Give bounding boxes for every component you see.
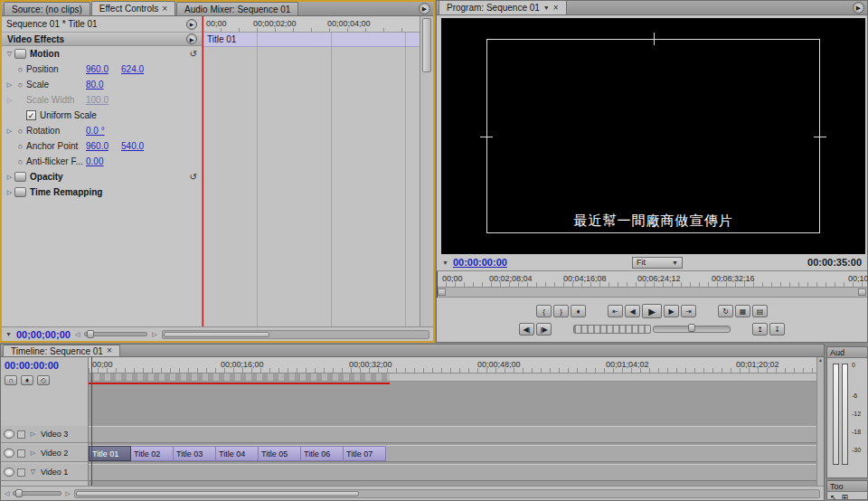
track-video2[interactable]: Title 01 Title 02 Title 03 Title 04 Titl… <box>89 445 816 462</box>
scrollbar-thumb[interactable] <box>164 332 270 337</box>
position-x-value[interactable]: 960.0 <box>86 64 108 74</box>
effects-timeline-clip-bar[interactable]: Title 01 <box>203 33 420 47</box>
close-icon[interactable]: × <box>107 346 112 355</box>
vertical-scrollbar[interactable] <box>420 16 433 326</box>
zoom-slider[interactable] <box>84 332 147 336</box>
zoom-in-icon[interactable]: ▷ <box>65 490 70 497</box>
clip-title-02[interactable]: Title 02 <box>131 446 174 461</box>
selection-tool-icon[interactable]: ↖ <box>830 493 837 500</box>
timeline-timecode[interactable]: 00:00:00:00 <box>1 357 88 371</box>
close-icon[interactable]: × <box>553 4 559 13</box>
anchor-y-value[interactable]: 540.0 <box>121 141 144 151</box>
go-to-next-edit-button[interactable]: |▶ <box>536 323 552 336</box>
go-to-in-button[interactable]: ⇤ <box>608 305 623 317</box>
play-button[interactable]: ▶ <box>642 304 662 318</box>
tab-program[interactable]: Program: Sequence 01 ▼ × <box>439 0 567 14</box>
toggle-animation-icon[interactable]: ○ <box>14 157 26 166</box>
current-time-indicator[interactable] <box>437 271 438 298</box>
toggle-effects-timeline-icon[interactable]: ▶ <box>186 19 197 30</box>
current-time-indicator[interactable] <box>91 357 92 486</box>
twirl-right-icon[interactable]: ▷ <box>28 430 38 438</box>
output-button[interactable]: ▤ <box>752 305 768 317</box>
track-header-video1[interactable]: ▽ Video 1 <box>1 464 88 481</box>
toggle-animation-icon[interactable]: ○ <box>14 80 26 90</box>
effect-row-opacity[interactable]: ▷ Opacity ↺ <box>2 169 202 184</box>
twirl-right-icon[interactable]: ▷ <box>5 81 14 89</box>
zoom-slider-thumb[interactable] <box>15 489 23 497</box>
tab-source[interactable]: Source: (no clips) <box>4 2 90 15</box>
marker-menu-icon[interactable]: ◇ <box>37 375 50 385</box>
timeline-vertical-scrollbar[interactable]: ▲ <box>816 357 824 486</box>
zoom-out-icon[interactable]: ◁ <box>75 331 80 338</box>
toggle-track-output-icon[interactable] <box>4 430 14 439</box>
step-back-button[interactable]: ◀ <box>625 305 640 317</box>
tab-effect-controls[interactable]: Effect Controls × <box>91 1 175 15</box>
twirl-right-icon[interactable]: ▷ <box>5 128 14 135</box>
chevron-down-icon[interactable]: ▼ <box>543 5 550 11</box>
zoom-slider-thumb[interactable] <box>87 330 94 338</box>
program-ruler[interactable]: 00;00 00;02;08;04 00;04;16;08 00;06;24;1… <box>437 270 867 288</box>
timeline-ruler[interactable]: 00;00 00;00;16;00 00;00;32;00 00;00;48;0… <box>89 357 816 373</box>
step-forward-button[interactable]: ▶ <box>664 305 679 317</box>
shuttle-thumb[interactable] <box>688 324 695 332</box>
tab-audio-meters[interactable]: Aud <box>827 347 867 358</box>
current-time-indicator[interactable] <box>203 16 203 326</box>
lift-button[interactable]: ↥ <box>752 323 768 336</box>
toggle-animation-icon[interactable]: ○ <box>14 142 26 151</box>
anti-flicker-value[interactable]: 0.00 <box>86 156 103 166</box>
track-lock-toggle[interactable] <box>17 468 25 477</box>
extract-button[interactable]: ↧ <box>769 323 785 336</box>
scrollbar-thumb[interactable] <box>422 18 431 72</box>
horizontal-scrollbar[interactable] <box>162 330 429 339</box>
motion-effect-icon[interactable] <box>14 49 26 59</box>
clip-title-06[interactable]: Title 06 <box>301 446 344 461</box>
safe-margins-button[interactable]: ▦ <box>735 305 750 317</box>
twirl-right-icon[interactable]: ▷ <box>5 97 14 104</box>
twirl-down-icon[interactable]: ▽ <box>5 51 14 58</box>
set-marker-icon[interactable]: ♦ <box>21 375 33 385</box>
video-effects-menu-icon[interactable]: ▶ <box>186 33 197 44</box>
rotation-value[interactable]: 0.0 ° <box>86 126 105 136</box>
zoom-level-select[interactable]: Fit ▼ <box>632 257 683 269</box>
anchor-x-value[interactable]: 960.0 <box>86 141 108 151</box>
playhead-timecode[interactable]: 00;00;00;00 <box>16 329 71 340</box>
toggle-track-output-icon[interactable] <box>4 449 14 458</box>
program-position-timecode[interactable]: 00:00:00:00 <box>453 257 507 268</box>
track-video1[interactable] <box>89 464 816 481</box>
effect-row-motion[interactable]: ▽ Motion ↺ <box>2 46 202 61</box>
add-marker-button[interactable]: ♦ <box>571 305 586 317</box>
track-lock-toggle[interactable] <box>17 449 25 458</box>
jog-control[interactable] <box>573 325 651 334</box>
zoom-in-icon[interactable]: ▷ <box>152 331 156 338</box>
clip-title-07[interactable]: Title 07 <box>344 446 386 461</box>
tab-audio-mixer[interactable]: Audio Mixer: Sequence 01 <box>176 2 298 15</box>
track-lock-toggle[interactable] <box>17 430 25 439</box>
position-y-value[interactable]: 624.0 <box>121 64 144 74</box>
clip-title-03[interactable]: Title 03 <box>174 446 216 461</box>
go-to-previous-edit-button[interactable]: ◀| <box>519 323 534 336</box>
reset-icon[interactable]: ↺ <box>190 172 197 182</box>
track-select-tool-icon[interactable]: ⊞ <box>842 493 849 500</box>
effect-row-time-remapping[interactable]: ▷ Time Remapping <box>2 184 202 200</box>
panel-menu-icon[interactable]: ▶ <box>419 3 430 14</box>
opacity-effect-icon[interactable] <box>14 172 26 182</box>
zoom-out-icon[interactable]: ◁ <box>5 490 9 497</box>
shuttle-control[interactable] <box>653 326 731 333</box>
close-icon[interactable]: × <box>162 5 167 14</box>
scale-value[interactable]: 80.0 <box>86 80 103 90</box>
scrollbar-handle[interactable] <box>438 288 446 296</box>
scrollbar-thumb[interactable] <box>76 491 359 496</box>
toggle-animation-icon[interactable]: ○ <box>14 65 26 74</box>
set-out-point-button[interactable]: } <box>553 305 569 317</box>
twirl-right-icon[interactable]: ▷ <box>5 174 14 181</box>
work-area-segment[interactable] <box>89 373 390 381</box>
clip-title-01[interactable]: Title 01 <box>89 446 131 461</box>
program-video-area[interactable]: 最近幫一間廠商做宣傳片 <box>441 18 865 254</box>
clip-title-04[interactable]: Title 04 <box>216 446 259 461</box>
track-header-video2[interactable]: ▷ Video 2 <box>1 445 88 462</box>
tab-tools[interactable]: Too <box>827 481 867 492</box>
twirl-right-icon[interactable]: ▷ <box>5 189 14 196</box>
set-in-point-button[interactable]: { <box>536 305 552 317</box>
panel-menu-icon[interactable]: ▶ <box>853 2 864 14</box>
scroll-up-icon[interactable]: ▲ <box>818 357 823 363</box>
